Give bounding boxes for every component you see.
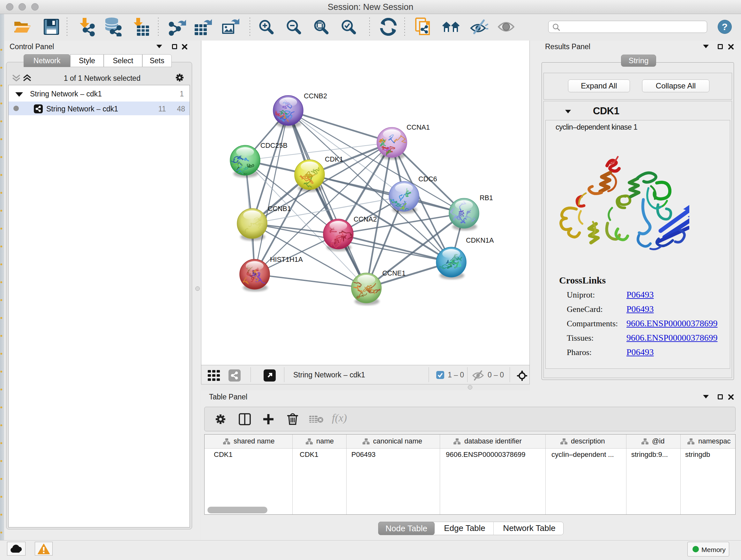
svg-text:CCNA2: CCNA2 <box>354 215 377 223</box>
svg-text:CCNA1: CCNA1 <box>407 124 430 131</box>
svg-text:CDK1: CDK1 <box>325 155 343 163</box>
svg-text:CDKN1A: CDKN1A <box>466 237 494 244</box>
svg-text:HIST1H1A: HIST1H1A <box>270 256 303 263</box>
svg-text:CCNE1: CCNE1 <box>382 269 406 277</box>
svg-text:CDC6: CDC6 <box>418 175 437 183</box>
svg-text:CCNB2: CCNB2 <box>304 92 327 100</box>
svg-text:CCNB1: CCNB1 <box>268 205 291 212</box>
svg-text:RB1: RB1 <box>480 194 493 202</box>
svg-text:CDC25B: CDC25B <box>260 142 287 149</box>
